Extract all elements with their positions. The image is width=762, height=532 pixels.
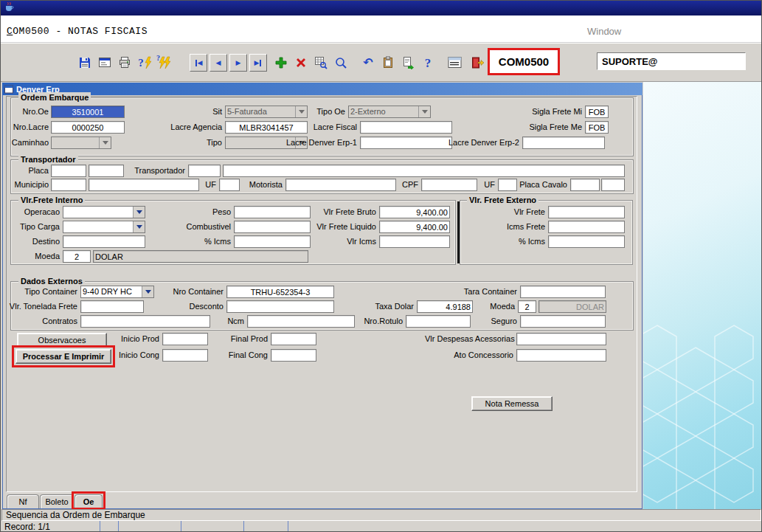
- vlr-frete-liquido-label: Vlr Frete Liquido: [302, 221, 376, 233]
- inicio-cong-label: Inicio Cong: [115, 349, 159, 362]
- icms-frete-field[interactable]: [548, 221, 625, 233]
- tab-oe[interactable]: Oe: [75, 494, 103, 508]
- tipo-container-combobox[interactable]: 9-40 DRY HC: [80, 286, 154, 298]
- tipo-oe-combobox: 2-Externo: [348, 106, 431, 118]
- uf-field[interactable]: [219, 179, 240, 191]
- print-button[interactable]: [116, 54, 134, 72]
- nota-remessa-button[interactable]: Nota Remessa: [471, 396, 553, 411]
- lacre-agencia-field[interactable]: [225, 121, 308, 134]
- transportador-label: Transportador: [126, 165, 185, 177]
- help-edit-button[interactable]: ?: [136, 54, 153, 72]
- nro-lacre-field[interactable]: [51, 121, 125, 134]
- tab-boleto[interactable]: Boleto: [40, 494, 74, 508]
- save-button[interactable]: [76, 54, 94, 72]
- moeda-codigo-field[interactable]: [63, 250, 91, 263]
- vlr-frete-bruto-field[interactable]: [379, 206, 450, 218]
- placa-cavalo-field-1[interactable]: [570, 179, 600, 191]
- sit-value: 5-Faturada: [226, 106, 295, 117]
- nro-container-field[interactable]: [226, 286, 334, 298]
- uf-label: UF: [201, 179, 216, 191]
- nav-next-button[interactable]: ▶: [229, 54, 247, 72]
- sigla-frete-me-field[interactable]: [585, 121, 609, 134]
- lacre-fiscal-field[interactable]: [360, 121, 452, 134]
- moeda-externo-codigo-field[interactable]: [518, 300, 536, 313]
- final-prod-label: Final Prod: [224, 333, 268, 345]
- execute-query-button[interactable]: [332, 54, 350, 72]
- pct-icms-externo-label: % Icms: [501, 235, 545, 248]
- nro-oe-field[interactable]: [51, 106, 125, 118]
- enter-query-button[interactable]: [312, 54, 330, 72]
- tab-nf[interactable]: Nf: [7, 494, 39, 508]
- tara-container-field[interactable]: [520, 286, 606, 298]
- vlr-despesas-field[interactable]: [516, 333, 606, 345]
- exit-button[interactable]: [468, 54, 486, 72]
- decorative-side-panel: [643, 82, 762, 509]
- placa-cavalo-field-2[interactable]: [601, 179, 625, 191]
- placa-field-1[interactable]: [51, 165, 86, 177]
- combustivel-field[interactable]: [234, 221, 311, 233]
- window-title-bar: [1, 1, 761, 15]
- ncm-field[interactable]: [247, 315, 355, 328]
- vlr-tonelada-field[interactable]: [80, 300, 144, 313]
- nav-first-button[interactable]: ◀: [190, 54, 207, 72]
- contratos-field[interactable]: [80, 315, 210, 328]
- taxa-dolar-field[interactable]: [417, 300, 473, 313]
- processar-imprimir-button[interactable]: Processar E Imprimir: [15, 349, 111, 364]
- run-window-button[interactable]: [96, 54, 114, 72]
- form-button[interactable]: [399, 54, 417, 72]
- icms-frete-label: Icms Frete: [490, 221, 545, 233]
- seguro-field[interactable]: [520, 315, 606, 328]
- inicio-prod-field[interactable]: [162, 333, 208, 345]
- operacao-combobox[interactable]: [63, 206, 145, 218]
- destino-field[interactable]: [63, 235, 145, 248]
- sigla-frete-mi-field[interactable]: [585, 106, 609, 118]
- menu-item-window[interactable]: Window: [587, 26, 621, 37]
- pct-icms-label: % Icms: [187, 235, 231, 248]
- final-cong-field[interactable]: [271, 349, 316, 362]
- municipio-code-field[interactable]: [51, 179, 86, 191]
- placa-field-2[interactable]: [89, 165, 124, 177]
- motorista-label: Motorista: [238, 179, 283, 191]
- combustivel-label: Combustivel: [172, 221, 231, 233]
- final-prod-field[interactable]: [271, 333, 316, 345]
- application-window: COM0500 - NOTAS FISCAIS Window ? ? ◀ ◀ ▶…: [0, 0, 762, 532]
- help-icon: ?: [425, 57, 432, 69]
- transportador-name-field[interactable]: [223, 165, 625, 177]
- vlr-despesas-label: Vlr Despesas Acessorias: [425, 333, 513, 345]
- paste-button[interactable]: [379, 54, 397, 72]
- observacoes-button[interactable]: Observacoes: [17, 333, 107, 347]
- municipio-name-field[interactable]: [89, 179, 199, 191]
- lacre-denver2-field[interactable]: [522, 137, 605, 149]
- vlr-frete-field[interactable]: [548, 206, 625, 218]
- help-button[interactable]: ?: [419, 54, 437, 72]
- lightning-help-button[interactable]: ?: [156, 54, 173, 72]
- vlr-icms-field[interactable]: [379, 235, 450, 248]
- lacre-denver1-field[interactable]: [360, 137, 452, 149]
- add-record-button[interactable]: [272, 54, 290, 72]
- sit-combobox: 5-Faturada: [225, 106, 308, 118]
- app-title: COM0500 - NOTAS FISCAIS: [7, 26, 148, 37]
- ato-concessorio-field[interactable]: [516, 349, 606, 362]
- motorista-field[interactable]: [285, 179, 396, 191]
- nav-prev-button[interactable]: ◀: [209, 54, 227, 72]
- user-field[interactable]: [597, 52, 746, 70]
- cpf-field[interactable]: [421, 179, 477, 191]
- pct-icms-externo-field[interactable]: [548, 235, 625, 248]
- printer-icon: [118, 56, 131, 69]
- desconto-field[interactable]: [226, 300, 334, 313]
- nro-oe-label: Nro.Oe: [4, 106, 49, 118]
- transportador-code-field[interactable]: [188, 165, 221, 177]
- uf2-field[interactable]: [498, 179, 517, 191]
- inicio-cong-field[interactable]: [162, 349, 208, 362]
- menu-button[interactable]: [445, 54, 465, 72]
- undo-button[interactable]: ↶: [359, 54, 377, 72]
- pct-icms-field[interactable]: [234, 235, 311, 248]
- vlr-frete-liquido-field[interactable]: [379, 221, 450, 233]
- delete-record-button[interactable]: [292, 54, 310, 72]
- vlr-frete-label: Vlr Frete: [493, 206, 545, 218]
- tipo-oe-label: Tipo Oe: [301, 106, 345, 118]
- nro-rotulo-field[interactable]: [406, 315, 471, 328]
- peso-field[interactable]: [234, 206, 311, 218]
- tipo-carga-combobox[interactable]: [63, 221, 145, 233]
- nav-last-button[interactable]: ▶: [249, 54, 267, 72]
